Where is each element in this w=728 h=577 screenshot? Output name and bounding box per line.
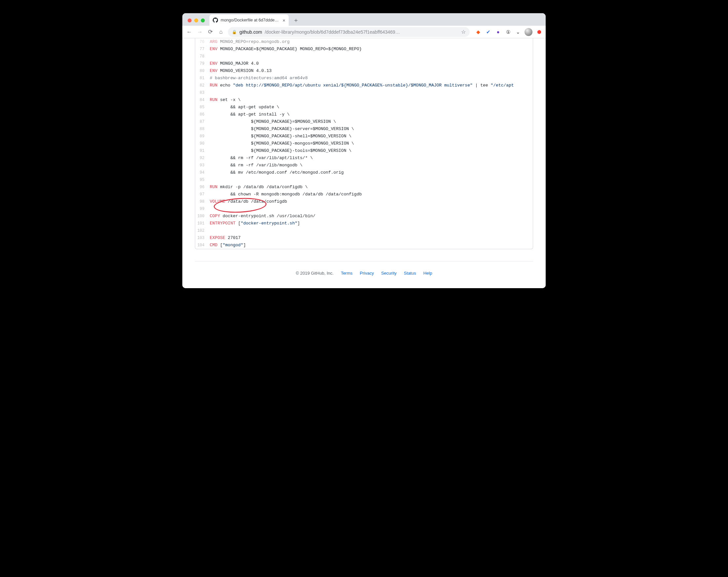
nav-back-icon[interactable]: ← <box>186 29 193 35</box>
code-line[interactable]: 92 && rm -rf /var/lib/apt/lists/* \ <box>195 155 533 162</box>
extension-3-icon[interactable]: ● <box>495 29 501 35</box>
window-maximize[interactable] <box>201 19 205 23</box>
line-number[interactable]: 91 <box>195 147 208 155</box>
extension-2-icon[interactable]: ✔ <box>485 29 492 35</box>
line-number[interactable]: 100 <box>195 213 208 220</box>
line-number[interactable]: 93 <box>195 162 208 169</box>
extension-4-icon[interactable]: ① <box>505 29 511 35</box>
line-number[interactable]: 87 <box>195 118 208 126</box>
code-line[interactable]: 84RUN set -x \ <box>195 97 533 104</box>
extension-pocket-icon[interactable]: ⌄ <box>515 29 521 35</box>
line-number[interactable]: 81 <box>195 75 208 82</box>
line-number[interactable]: 90 <box>195 140 208 147</box>
code-line[interactable]: 98VOLUME /data/db /data/configdb <box>195 198 533 205</box>
line-content[interactable]: ENV MONGO_MAJOR 4.0 <box>208 60 533 67</box>
code-line[interactable]: 78 <box>195 53 533 60</box>
code-line[interactable]: 95 <box>195 176 533 184</box>
code-line[interactable]: 81# bashbrew-architectures:amd64 arm64v8 <box>195 75 533 82</box>
extension-6-icon[interactable]: ⬢ <box>536 29 542 35</box>
line-number[interactable]: 94 <box>195 169 208 176</box>
line-content[interactable]: EXPOSE 27017 <box>208 235 533 242</box>
line-content[interactable]: RUN set -x \ <box>208 97 533 104</box>
line-content[interactable]: RUN mkdir -p /data/db /data/configdb \ <box>208 184 533 191</box>
code-line[interactable]: 94 && mv /etc/mongod.conf /etc/mongod.co… <box>195 169 533 176</box>
line-content[interactable]: && rm -rf /var/lib/mongodb \ <box>208 162 533 169</box>
line-number[interactable]: 95 <box>195 176 208 184</box>
code-line[interactable]: 89 ${MONGO_PACKAGE}-shell=$MONGO_VERSION… <box>195 133 533 140</box>
line-number[interactable]: 99 <box>195 205 208 213</box>
code-line[interactable]: 87 ${MONGO_PACKAGE}=$MONGO_VERSION \ <box>195 118 533 126</box>
code-line[interactable]: 79ENV MONGO_MAJOR 4.0 <box>195 60 533 67</box>
code-line[interactable]: 88 ${MONGO_PACKAGE}-server=$MONGO_VERSIO… <box>195 126 533 133</box>
line-content[interactable]: COPY docker-entrypoint.sh /usr/local/bin… <box>208 213 533 220</box>
line-number[interactable]: 98 <box>195 198 208 205</box>
line-content[interactable]: ARG MONGO_REPO=repo.mongodb.org <box>208 38 533 46</box>
code-line[interactable]: 103EXPOSE 27017 <box>195 235 533 242</box>
bookmark-star-icon[interactable]: ☆ <box>459 29 466 35</box>
line-number[interactable]: 80 <box>195 67 208 75</box>
line-number[interactable]: 79 <box>195 60 208 67</box>
browser-tab[interactable]: mongo/Dockerfile at 6d7dddef… × <box>209 15 289 26</box>
line-content[interactable] <box>208 176 533 184</box>
line-number[interactable]: 96 <box>195 184 208 191</box>
line-number[interactable]: 101 <box>195 220 208 227</box>
line-number[interactable]: 82 <box>195 82 208 89</box>
line-number[interactable]: 76 <box>195 38 208 46</box>
line-number[interactable]: 102 <box>195 227 208 235</box>
footer-link-security[interactable]: Security <box>381 271 397 276</box>
line-content[interactable] <box>208 53 533 60</box>
profile-avatar[interactable] <box>524 28 532 36</box>
code-line[interactable]: 104CMD ["mongod"] <box>195 242 533 249</box>
code-line[interactable]: 96RUN mkdir -p /data/db /data/configdb \ <box>195 184 533 191</box>
line-content[interactable]: VOLUME /data/db /data/configdb <box>208 198 533 205</box>
footer-link-privacy[interactable]: Privacy <box>360 271 374 276</box>
line-number[interactable]: 103 <box>195 235 208 242</box>
code-line[interactable]: 80ENV MONGO_VERSION 4.0.13 <box>195 67 533 75</box>
code-line[interactable]: 83 <box>195 89 533 97</box>
line-number[interactable]: 78 <box>195 53 208 60</box>
nav-home-icon[interactable]: ⌂ <box>217 29 225 35</box>
extension-1-icon[interactable]: ◆ <box>475 29 482 35</box>
line-content[interactable]: ${MONGO_PACKAGE}-mongos=$MONGO_VERSION \ <box>208 140 533 147</box>
code-line[interactable]: 77ENV MONGO_PACKAGE=${MONGO_PACKAGE} MON… <box>195 46 533 53</box>
window-close[interactable] <box>188 19 191 23</box>
code-line[interactable]: 91 ${MONGO_PACKAGE}-tools=$MONGO_VERSION… <box>195 147 533 155</box>
address-bar[interactable]: 🔒 github.com/docker-library/mongo/blob/6… <box>228 27 470 37</box>
line-content[interactable] <box>208 205 533 213</box>
line-content[interactable]: # bashbrew-architectures:amd64 arm64v8 <box>208 75 533 82</box>
code-line[interactable]: 86 && apt-get install -y \ <box>195 111 533 118</box>
line-number[interactable]: 104 <box>195 242 208 249</box>
line-number[interactable]: 97 <box>195 191 208 198</box>
code-line[interactable]: 97 && chown -R mongodb:mongodb /data/db … <box>195 191 533 198</box>
footer-link-help[interactable]: Help <box>423 271 432 276</box>
footer-link-status[interactable]: Status <box>404 271 416 276</box>
line-content[interactable]: ENTRYPOINT ["docker-entrypoint.sh"] <box>208 220 533 227</box>
line-content[interactable] <box>208 227 533 235</box>
code-line[interactable]: 100COPY docker-entrypoint.sh /usr/local/… <box>195 213 533 220</box>
line-content[interactable]: ${MONGO_PACKAGE}-shell=$MONGO_VERSION \ <box>208 133 533 140</box>
line-content[interactable]: && apt-get install -y \ <box>208 111 533 118</box>
line-content[interactable]: && rm -rf /var/lib/apt/lists/* \ <box>208 155 533 162</box>
window-minimize[interactable] <box>194 19 198 23</box>
line-number[interactable]: 89 <box>195 133 208 140</box>
code-line[interactable]: 99 <box>195 205 533 213</box>
line-number[interactable]: 85 <box>195 104 208 111</box>
new-tab-button[interactable]: ＋ <box>291 16 301 25</box>
line-number[interactable]: 83 <box>195 89 208 97</box>
tab-close-icon[interactable]: × <box>282 18 285 23</box>
line-content[interactable]: ${MONGO_PACKAGE}-tools=$MONGO_VERSION \ <box>208 147 533 155</box>
line-content[interactable]: ${MONGO_PACKAGE}=$MONGO_VERSION \ <box>208 118 533 126</box>
code-line[interactable]: 85 && apt-get update \ <box>195 104 533 111</box>
code-line[interactable]: 82RUN echo "deb http://$MONGO_REPO/apt/u… <box>195 82 533 89</box>
nav-reload-icon[interactable]: ⟳ <box>207 28 214 35</box>
code-line[interactable]: 76ARG MONGO_REPO=repo.mongodb.org <box>195 38 533 46</box>
line-content[interactable]: ${MONGO_PACKAGE}-server=$MONGO_VERSION \ <box>208 126 533 133</box>
line-content[interactable]: CMD ["mongod"] <box>208 242 533 249</box>
line-number[interactable]: 77 <box>195 46 208 53</box>
code-line[interactable]: 101ENTRYPOINT ["docker-entrypoint.sh"] <box>195 220 533 227</box>
line-content[interactable]: ENV MONGO_PACKAGE=${MONGO_PACKAGE} MONGO… <box>208 46 533 53</box>
line-content[interactable]: && apt-get update \ <box>208 104 533 111</box>
line-number[interactable]: 84 <box>195 97 208 104</box>
line-content[interactable]: ENV MONGO_VERSION 4.0.13 <box>208 67 533 75</box>
code-line[interactable]: 102 <box>195 227 533 235</box>
